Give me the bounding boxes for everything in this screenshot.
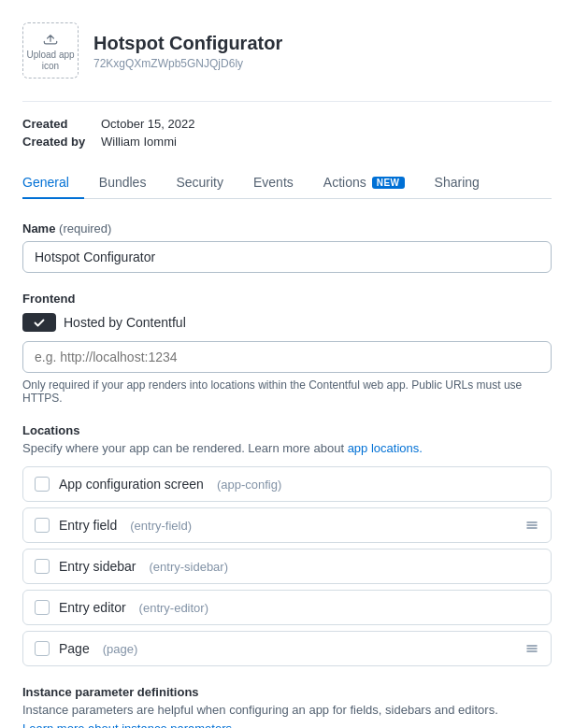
url-input[interactable]	[22, 341, 552, 373]
ipd-section: Instance parameter definitions Instance …	[22, 685, 552, 728]
name-input[interactable]	[22, 241, 552, 273]
checkbox-entry-editor[interactable]	[35, 600, 50, 615]
locations-description: Specify where your app can be rendered. …	[22, 441, 552, 455]
location-code-entry-sidebar: (entry-sidebar)	[149, 560, 228, 574]
tab-bar: General Bundles Security Events Actions …	[22, 167, 552, 199]
tab-bundles[interactable]: Bundles	[84, 167, 162, 199]
frontend-section: Frontend Hosted by Contentful Only requi…	[22, 292, 552, 405]
app-name: Hotspot Configurator	[93, 31, 282, 55]
created-label: Created	[22, 117, 97, 131]
hosted-toggle: Hosted by Contentful	[22, 313, 552, 332]
tab-events[interactable]: Events	[238, 167, 309, 199]
locations-label: Locations	[22, 423, 552, 437]
location-code-app-config: (app-config)	[217, 478, 281, 492]
ipd-description: Instance parameters are helpful when con…	[22, 703, 552, 717]
created-value: October 15, 2022	[101, 117, 194, 131]
app-header: Upload app icon Hotspot Configurator 72K…	[22, 22, 552, 79]
header-text: Hotspot Configurator 72KxgQXmZWpb5GNJQjD…	[93, 31, 282, 70]
location-name-entry-field: Entry field	[59, 518, 117, 533]
checkbox-page[interactable]	[35, 641, 50, 656]
frontend-label: Frontend	[22, 292, 552, 306]
created-row: Created October 15, 2022	[22, 117, 552, 131]
tab-sharing[interactable]: Sharing	[420, 167, 495, 199]
location-code-entry-field: (entry-field)	[130, 519, 192, 533]
created-by-label: Created by	[22, 135, 97, 149]
location-code-page: (page)	[103, 642, 138, 656]
name-required: (required)	[59, 221, 111, 236]
location-item-app-config: App configuration screen (app-config)	[22, 466, 552, 502]
ipd-learn-more-link[interactable]: Learn more about instance parameters	[22, 721, 232, 728]
meta-section: Created October 15, 2022 Created by Will…	[22, 117, 552, 149]
name-section: Name (required)	[22, 221, 552, 273]
location-item-entry-field: Entry field (entry-field)	[22, 507, 552, 543]
app-id: 72KxgQXmZWpb5GNJQjD6ly	[93, 57, 282, 70]
location-name-page: Page	[59, 641, 90, 656]
created-by-row: Created by William Iommi	[22, 135, 552, 149]
location-item-entry-editor: Entry editor (entry-editor)	[22, 590, 552, 625]
hosted-label: Hosted by Contentful	[64, 315, 186, 330]
header-divider	[22, 101, 552, 102]
checkbox-entry-field[interactable]	[35, 518, 50, 533]
location-code-entry-editor: (entry-editor)	[139, 601, 208, 615]
tab-security[interactable]: Security	[161, 167, 238, 199]
name-label: Name (required)	[22, 221, 552, 236]
location-item-page: Page (page)	[22, 631, 552, 666]
checkbox-entry-sidebar[interactable]	[35, 559, 50, 574]
list-icon-page[interactable]	[524, 641, 539, 656]
location-name-app-config: App configuration screen	[59, 477, 204, 492]
app-locations-link[interactable]: app locations.	[348, 441, 423, 455]
location-name-entry-editor: Entry editor	[59, 600, 126, 615]
checkbox-app-config[interactable]	[35, 477, 50, 492]
url-helper-text: Only required if your app renders into l…	[22, 378, 552, 405]
tab-general[interactable]: General	[22, 167, 84, 199]
locations-section: Locations Specify where your app can be …	[22, 423, 552, 666]
created-by-value: William Iommi	[101, 135, 177, 149]
new-badge: NEW	[372, 177, 405, 189]
location-item-entry-sidebar: Entry sidebar (entry-sidebar)	[22, 549, 552, 584]
list-icon-entry-field[interactable]	[524, 518, 539, 533]
ipd-label: Instance parameter definitions	[22, 685, 552, 699]
upload-label: Upload app icon	[23, 50, 78, 72]
tab-actions[interactable]: Actions NEW	[309, 167, 420, 199]
hosted-toggle-box[interactable]	[22, 313, 56, 332]
upload-app-icon-button[interactable]: Upload app icon	[22, 22, 79, 79]
ipd-link: Learn more about instance parameters	[22, 721, 552, 728]
location-name-entry-sidebar: Entry sidebar	[59, 559, 136, 574]
